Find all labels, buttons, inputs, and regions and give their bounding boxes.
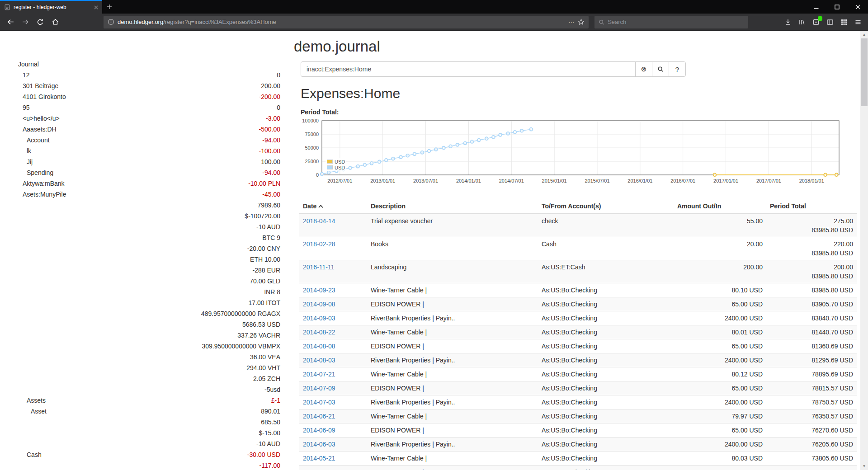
account-balance: ETH 10.00 (250, 254, 280, 265)
legend-row: USD (327, 164, 345, 170)
register-period-total: 78815.57 USD (766, 381, 857, 395)
account-balance: 0 (277, 70, 280, 80)
account-link[interactable]: Assets (18, 395, 46, 406)
sidebar-toggle-button[interactable] (824, 16, 836, 28)
register-description: Wine-Tarner Cable | (367, 451, 538, 465)
account-link[interactable]: Jij (18, 156, 33, 167)
account-link[interactable]: 95 (18, 102, 30, 113)
browser-search-input[interactable] (608, 19, 744, 25)
scroll-up-arrow[interactable]: ▲ (860, 31, 868, 38)
browser-tab[interactable]: register - hledger-web (0, 0, 102, 14)
search-submit-button[interactable] (652, 61, 669, 77)
register-date-cell: 2014-06-03 (299, 437, 367, 451)
account-link[interactable]: Asets:MunyPile (18, 189, 66, 200)
register-date-link[interactable]: 2014-05-21 (303, 455, 335, 462)
help-button[interactable]: ? (669, 61, 686, 77)
reload-button[interactable] (33, 15, 47, 29)
account-link[interactable]: Spending (18, 167, 53, 178)
account-link[interactable]: <u>hello</u> (18, 113, 60, 124)
scrollbar-thumb[interactable] (861, 38, 868, 106)
register-row: 2014-05-08EDISON POWER |As:US:Bo:Checkin… (299, 465, 857, 470)
bookmark-star-icon[interactable] (578, 19, 585, 25)
apps-button[interactable] (838, 16, 850, 28)
register-date-link[interactable]: 2014-08-03 (303, 357, 335, 364)
maximize-button[interactable] (826, 0, 847, 14)
register-period-total: 78750.57 USD (766, 395, 857, 409)
sidebar-row: INR 8 (18, 287, 280, 297)
account-balance: 0 (277, 102, 280, 113)
browser-search-bar[interactable] (594, 16, 748, 28)
minimize-icon (814, 5, 819, 9)
account-link[interactable]: 12 (18, 70, 30, 80)
account-link[interactable]: Aaasets:DH (18, 124, 57, 135)
minimize-button[interactable] (806, 0, 826, 14)
register-date-link[interactable]: 2014-09-03 (303, 315, 335, 322)
library-button[interactable] (796, 16, 808, 28)
download-button[interactable] (782, 16, 794, 28)
register-date-link[interactable]: 2014-06-21 (303, 413, 335, 420)
account-link[interactable]: 301 Beiträge (18, 80, 58, 91)
register-date-link[interactable]: 2014-09-08 (303, 301, 335, 308)
close-button[interactable] (847, 0, 868, 14)
register-date-link[interactable]: 2018-02-28 (303, 240, 335, 248)
sidebar-row: -117.00 (18, 460, 280, 470)
site-info-icon[interactable] (108, 19, 114, 25)
account-link[interactable]: lk (18, 146, 31, 156)
register-date-link[interactable]: 2014-07-21 (303, 371, 335, 378)
svg-text:2017/01/01: 2017/01/01 (713, 178, 738, 183)
sidebar-rows: 120301 Beiträge200.004101 Girokonto-200.… (18, 70, 280, 470)
extension-button[interactable] (810, 16, 822, 28)
register-date-link[interactable]: 2014-08-22 (303, 329, 335, 336)
register-description: Landscaping (367, 260, 538, 283)
register-date-link[interactable]: 2014-06-09 (303, 427, 335, 434)
account-link[interactable]: Account (18, 135, 50, 146)
menu-button[interactable] (852, 16, 864, 28)
url-text[interactable]: demo.hledger.org/register?q=inacct%3AExp… (118, 19, 565, 25)
register-date-link[interactable]: 2014-07-09 (303, 385, 335, 392)
clear-search-button[interactable]: ⊗ (635, 61, 652, 77)
register-row: 2014-08-08EDISON POWER |As:US:Bo:Checkin… (299, 339, 857, 353)
url-bar[interactable]: demo.hledger.org/register?q=inacct%3AExp… (104, 16, 589, 28)
tab-close-icon[interactable] (94, 5, 98, 9)
search-form: ⊗ ? (301, 61, 859, 77)
sidebar-row: Asets:MunyPile-45.00 (18, 189, 280, 200)
back-button[interactable] (4, 15, 17, 29)
magnifier-icon (657, 66, 664, 72)
account-balance: 5686.53 USD (242, 319, 280, 330)
sidebar-row: 120 (18, 70, 280, 80)
forward-button[interactable] (19, 15, 32, 29)
register-date-link[interactable]: 2014-06-03 (303, 441, 335, 448)
back-icon (7, 18, 14, 26)
page-actions-icon[interactable]: ⋯ (568, 19, 575, 26)
register-date-link[interactable]: 2014-09-23 (303, 287, 335, 294)
register-row: 2014-07-21Wine-Tarner Cable |As:US:Bo:Ch… (299, 367, 857, 381)
register-amount: 65.00 USD (674, 465, 766, 470)
new-tab-button[interactable] (102, 0, 117, 14)
home-button[interactable] (48, 15, 62, 29)
svg-text:2016/07/01: 2016/07/01 (670, 178, 695, 183)
register-amount: 65.00 USD (674, 381, 766, 395)
register-amount: 65.00 USD (674, 423, 766, 437)
account-link[interactable]: Asset (18, 406, 47, 417)
page-title: demo.journal (294, 38, 859, 55)
account-balance: 489.957000000000 RGAGX (201, 308, 280, 319)
register-description: RiverBank Properties | Payin.. (367, 353, 538, 367)
register-date-link[interactable]: 2018-04-14 (303, 217, 335, 225)
register-date-link[interactable]: 2014-08-08 (303, 343, 335, 350)
sidebar-journal-link[interactable]: Journal (18, 59, 280, 70)
register-row: 2014-06-21Wine-Tarner Cable |As:US:Bo:Ch… (299, 409, 857, 423)
scroll-down-arrow[interactable]: ▼ (860, 462, 868, 470)
account-link[interactable]: Aktywa:mBank (18, 178, 65, 189)
register-date-link[interactable]: 2016-11-11 (303, 263, 335, 271)
query-input[interactable] (301, 61, 636, 77)
account-balance: 100.00 (261, 156, 280, 167)
register-row: 2018-04-14Trial expense vouchercheck55.0… (299, 214, 857, 237)
register-description: RiverBank Properties | Payin.. (367, 395, 538, 409)
account-link[interactable]: Cash (18, 449, 42, 460)
account-link[interactable]: 4101 Girokonto (18, 91, 66, 102)
register-period-total: 83985.80 USD (766, 283, 857, 297)
register-date-link[interactable]: 2014-07-03 (303, 399, 335, 406)
page-scrollbar[interactable]: ▲ ▼ (860, 31, 868, 470)
sort-by-date[interactable]: Date (303, 202, 323, 210)
sidebar-row: -5usd (18, 384, 280, 395)
